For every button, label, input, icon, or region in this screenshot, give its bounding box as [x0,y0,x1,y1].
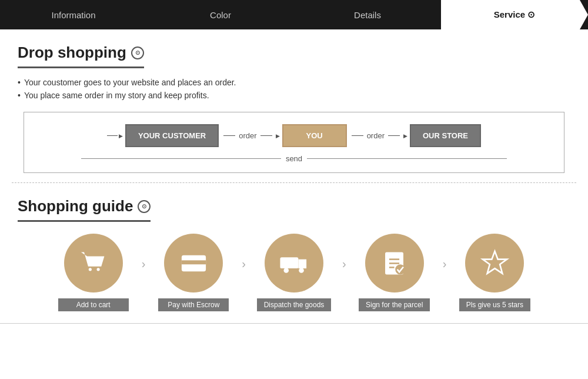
star-icon [479,247,511,280]
cart-icon [77,247,109,280]
guide-step-add-to-cart: Add to cart [46,234,141,311]
drop-shopping-title: Drop shopping ⊙ [18,44,144,68]
flow-row: YOUR CUSTOMER order ▶ YOU order ▶ OUR ST… [42,124,546,147]
guide-step-pay: Pay with Escrow [146,234,240,311]
nav-item-details[interactable]: Details [294,0,441,29]
step-chevron-1: › [141,257,147,271]
step-chevron-4: › [442,257,448,271]
stars-label: Pls give us 5 stars [459,298,530,311]
guide-step-sign: Sign for the parcel [348,234,442,311]
guide-step-stars: Pls give us 5 stars [447,234,542,311]
guide-step-dispatch: Dispatch the goods [247,234,341,311]
pay-circle [164,234,223,292]
sign-label: Sign for the parcel [359,298,430,311]
flow-diagram: YOUR CUSTOMER order ▶ YOU order ▶ OUR ST… [24,112,564,173]
svg-point-13 [395,264,405,274]
flow-arrow-1: order ▶ [219,131,282,140]
flow-send-row: send [42,154,546,163]
lead-arrow-icon [107,133,123,139]
svg-rect-4 [185,265,192,267]
flow-box-store: OUR STORE [410,124,481,147]
flow-arrow-2: order ▶ [347,131,410,140]
dispatch-label: Dispatch the goods [257,298,332,311]
sign-circle [365,234,424,292]
svg-marker-14 [483,251,507,273]
dispatch-circle [265,234,323,292]
bullet-item: Your coustomer goes to your website and … [18,78,570,87]
nav-item-information[interactable]: Information [0,0,147,29]
stars-circle [465,234,524,292]
step-chevron-2: › [240,257,247,271]
send-line-left [81,158,281,159]
sign-icon [378,247,410,280]
shopping-guide-title: Shopping guide ⊙ [18,197,151,222]
add-to-cart-circle [64,234,123,292]
guide-steps-row: Add to cart › Pay with Escrow › [18,234,570,311]
pay-label: Pay with Escrow [158,298,229,311]
add-to-cart-label: Add to cart [58,298,129,311]
svg-rect-3 [182,260,206,264]
flow-box-you: YOU [282,124,347,147]
bullet-item: You place same order in my story and kee… [18,91,570,100]
svg-point-8 [299,268,304,273]
shopping-guide-section: Shopping guide ⊙ Add to cart › [0,183,588,323]
shopping-guide-chevron-icon: ⊙ [138,200,151,213]
svg-point-0 [89,268,92,271]
svg-rect-5 [280,257,298,268]
top-navigation: Information Color Details Service ⊙ [0,0,588,29]
step-chevron-3: › [341,257,348,271]
svg-point-1 [97,268,100,271]
drop-shopping-section: Drop shopping ⊙ Your coustomer goes to y… [0,29,588,182]
drop-shopping-chevron-icon: ⊙ [131,46,144,59]
nav-item-color[interactable]: Color [147,0,294,29]
send-line-right [307,158,507,159]
truck-icon [278,247,310,280]
bottom-divider [0,323,588,324]
credit-card-icon [178,247,210,280]
nav-item-service[interactable]: Service ⊙ [441,0,588,29]
drop-shopping-bullets: Your coustomer goes to your website and … [18,78,570,100]
svg-point-7 [283,268,289,273]
flow-box-customer: YOUR CUSTOMER [125,124,219,147]
svg-marker-6 [298,259,306,268]
